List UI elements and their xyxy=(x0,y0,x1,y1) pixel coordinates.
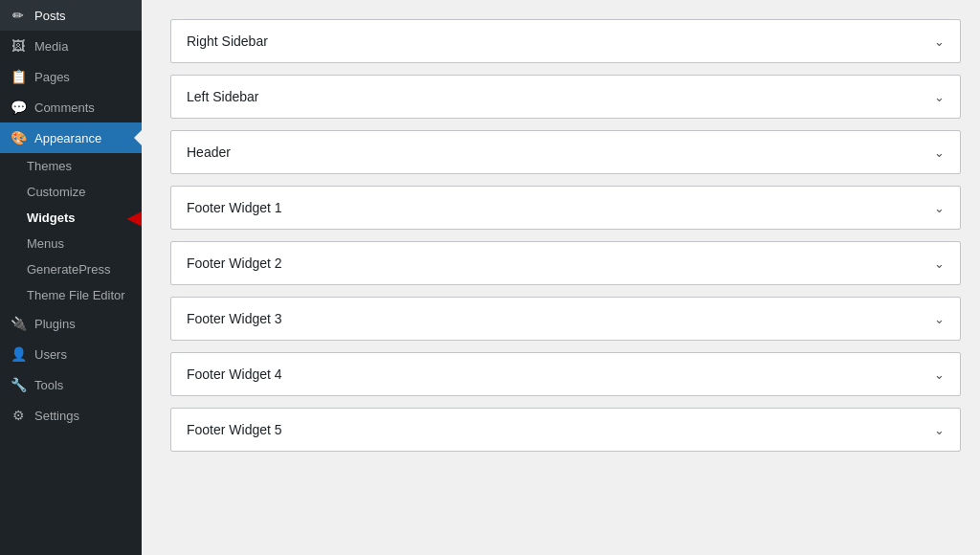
widget-accordion-footer-4: Footer Widget 4 ⌄ xyxy=(170,352,961,396)
appearance-submenu: Themes Customize Widgets ◀ Menus Generat… xyxy=(0,153,142,308)
chevron-down-icon: ⌄ xyxy=(934,145,945,160)
main-content: Right Sidebar ⌄ Left Sidebar ⌄ Header ⌄ … xyxy=(142,0,980,555)
widget-accordion-header-footer-1[interactable]: Footer Widget 1 ⌄ xyxy=(171,187,960,229)
sidebar-item-settings[interactable]: ⚙ Settings xyxy=(0,400,142,431)
chevron-down-icon: ⌄ xyxy=(934,312,945,326)
widget-accordion-header-left-sidebar[interactable]: Left Sidebar ⌄ xyxy=(171,76,960,118)
comments-icon: 💬 xyxy=(10,100,27,115)
widget-accordion-footer-5: Footer Widget 5 ⌄ xyxy=(170,408,961,452)
widget-label: Footer Widget 1 xyxy=(187,200,282,215)
sidebar-item-label: Media xyxy=(34,39,68,54)
widget-accordion-footer-3: Footer Widget 3 ⌄ xyxy=(170,297,961,341)
sidebar: ✏ Posts 🖼 Media 📋 Pages 💬 Comments 🎨 App… xyxy=(0,0,142,555)
widget-label: Footer Widget 5 xyxy=(187,422,282,437)
chevron-down-icon: ⌄ xyxy=(934,367,945,382)
sidebar-item-theme-file-editor[interactable]: Theme File Editor xyxy=(0,282,142,308)
sidebar-item-label: Tools xyxy=(34,378,63,392)
sidebar-item-plugins[interactable]: 🔌 Plugins xyxy=(0,308,142,339)
widget-label: Footer Widget 3 xyxy=(187,311,282,326)
widget-accordion-header-footer-2[interactable]: Footer Widget 2 ⌄ xyxy=(171,242,960,284)
sidebar-item-label: Plugins xyxy=(34,317,76,331)
widget-label: Header xyxy=(187,144,231,160)
sidebar-item-label: Appearance xyxy=(34,131,101,145)
sidebar-item-users[interactable]: 👤 Users xyxy=(0,339,142,369)
widget-accordion-right-sidebar: Right Sidebar ⌄ xyxy=(170,19,961,63)
chevron-down-icon: ⌄ xyxy=(934,201,945,215)
sidebar-item-posts[interactable]: ✏ Posts xyxy=(0,0,142,31)
users-icon: 👤 xyxy=(10,346,27,362)
widget-accordion-header-footer-4[interactable]: Footer Widget 4 ⌄ xyxy=(171,353,960,395)
sidebar-item-generatepress[interactable]: GeneratePress xyxy=(0,256,142,282)
widget-accordion-footer-1: Footer Widget 1 ⌄ xyxy=(170,186,961,230)
widget-label: Left Sidebar xyxy=(187,89,259,104)
sidebar-item-themes[interactable]: Themes xyxy=(0,153,142,179)
sidebar-item-comments[interactable]: 💬 Comments xyxy=(0,92,142,122)
sidebar-item-label: Comments xyxy=(34,100,95,115)
posts-icon: ✏ xyxy=(10,8,27,23)
sidebar-item-menus[interactable]: Menus xyxy=(0,231,142,256)
sidebar-item-pages[interactable]: 📋 Pages xyxy=(0,61,142,92)
chevron-down-icon: ⌄ xyxy=(934,256,945,271)
sidebar-item-widgets[interactable]: Widgets ◀ xyxy=(0,205,142,231)
widget-accordion-header-footer-3[interactable]: Footer Widget 3 ⌄ xyxy=(171,298,960,340)
widget-accordion-header-header[interactable]: Header ⌄ xyxy=(171,131,960,173)
sidebar-item-label: Users xyxy=(34,347,67,362)
appearance-icon: 🎨 xyxy=(10,130,27,145)
sidebar-item-customize[interactable]: Customize xyxy=(0,179,142,205)
widget-accordion-header-right-sidebar[interactable]: Right Sidebar ⌄ xyxy=(171,20,960,62)
tools-icon: 🔧 xyxy=(10,377,27,392)
widget-label: Footer Widget 4 xyxy=(187,366,282,382)
widget-label: Footer Widget 2 xyxy=(187,255,282,271)
red-arrow-indicator: ◀ xyxy=(127,208,142,229)
widget-accordion-header-footer-5[interactable]: Footer Widget 5 ⌄ xyxy=(171,409,960,451)
sidebar-item-label: Pages xyxy=(34,70,70,84)
chevron-down-icon: ⌄ xyxy=(934,423,945,437)
widget-label: Right Sidebar xyxy=(187,33,268,49)
sidebar-item-label: Settings xyxy=(34,409,79,423)
pages-icon: 📋 xyxy=(10,69,27,84)
widget-accordion-header: Header ⌄ xyxy=(170,130,961,174)
chevron-down-icon: ⌄ xyxy=(934,90,945,104)
widget-accordion-left-sidebar: Left Sidebar ⌄ xyxy=(170,75,961,119)
widget-accordion-footer-2: Footer Widget 2 ⌄ xyxy=(170,241,961,285)
sidebar-item-label: Posts xyxy=(34,9,66,23)
sidebar-item-appearance[interactable]: 🎨 Appearance xyxy=(0,122,142,153)
media-icon: 🖼 xyxy=(10,38,27,54)
settings-icon: ⚙ xyxy=(10,408,27,423)
chevron-down-icon: ⌄ xyxy=(934,34,945,49)
sidebar-item-media[interactable]: 🖼 Media xyxy=(0,31,142,61)
sidebar-item-tools[interactable]: 🔧 Tools xyxy=(0,369,142,400)
plugins-icon: 🔌 xyxy=(10,316,27,331)
